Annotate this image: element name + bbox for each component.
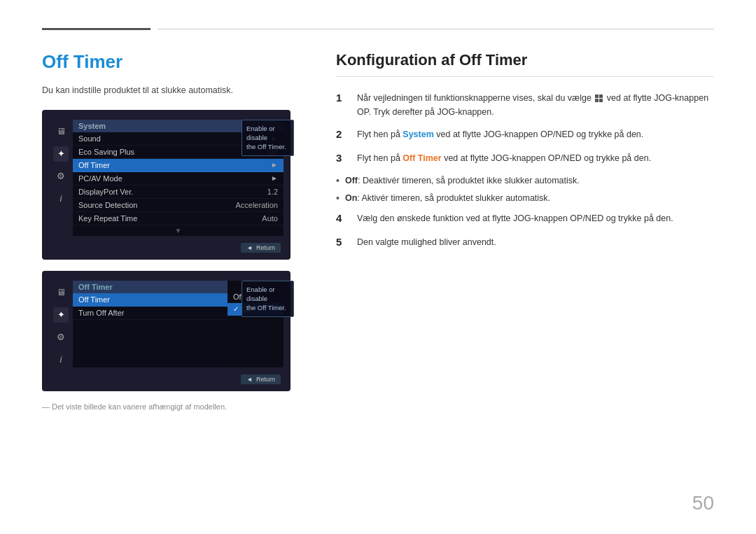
- info-icon: i: [53, 191, 69, 206]
- info-icon-2: i: [53, 352, 69, 367]
- scroll-indicator: ▼: [73, 225, 284, 236]
- menu-area-1: 🖥 ✦ ⚙ i System Sound ► Eco Saving Plu: [49, 120, 284, 236]
- step-text-3: Flyt hen på Off Timer ved at flytte JOG-…: [357, 151, 714, 167]
- bullet-on: • On: Aktivér timeren, så produktet sluk…: [336, 192, 714, 206]
- divider-light: [158, 29, 714, 29]
- cross-icon-2: ✦: [53, 307, 69, 323]
- step-5: 5 Den valgte mulighed bliver anvendt.: [336, 235, 714, 251]
- icon-sidebar-1: 🖥 ✦ ⚙ i: [49, 120, 73, 236]
- bullet-off: • Off: Deaktivér timeren, så produktet i…: [336, 174, 714, 188]
- icon-sidebar-2: 🖥 ✦ ⚙ i: [49, 281, 73, 367]
- menu-area-2: 🖥 ✦ ⚙ i Off Timer Off Timer Turn Off Aft…: [49, 281, 284, 367]
- step-3: 3 Flyt hen på Off Timer ved at flytte JO…: [336, 151, 714, 167]
- gear-icon: ⚙: [53, 169, 69, 184]
- return-area-1: ◄ Return: [49, 240, 284, 253]
- menu-item-source: Source Detection Acceleration: [73, 199, 284, 212]
- system-highlight: System: [402, 129, 433, 139]
- monitor-mockup-1: 🖥 ✦ ⚙ i System Sound ► Eco Saving Plu: [42, 110, 290, 260]
- step-number-2: 2: [336, 127, 349, 143]
- step-number-3: 3: [336, 150, 349, 167]
- menu-item-turnoff: Turn Off After: [73, 307, 227, 320]
- page-title: Off Timer: [42, 51, 308, 73]
- intro-text: Du kan indstille produktet til at slukke…: [42, 84, 308, 97]
- grid-icon: [595, 94, 603, 102]
- cross-icon: ✦: [53, 146, 69, 162]
- return-area-2: ◄ Return: [49, 372, 284, 384]
- return-button-2: ◄ Return: [241, 374, 281, 384]
- offtimer-highlight: Off Timer: [402, 153, 441, 163]
- content-row: Off Timer Du kan indstille produktet til…: [42, 51, 714, 513]
- step-text-4: Vælg den ønskede funktion ved at flytte …: [357, 211, 714, 227]
- step-1: 1 Når vejledningen til funktionsknappern…: [336, 91, 714, 119]
- menu-item-offtimer: Off Timer ►: [73, 159, 284, 172]
- monitor-icon-2: 🖥: [53, 285, 69, 300]
- step-4: 4 Vælg den ønskede funktion ved at flytt…: [336, 211, 714, 227]
- menu-item-pcav: PC/AV Mode ►: [73, 172, 284, 185]
- right-column: Konfiguration af Off Timer 1 Når vejledn…: [336, 51, 714, 513]
- step-text-2: Flyt hen på System ved at flytte JOG-kna…: [357, 127, 714, 143]
- step-text-5: Den valgte mulighed bliver anvendt.: [357, 235, 714, 251]
- gear-icon-2: ⚙: [53, 330, 69, 345]
- monitor-mockup-2: 🖥 ✦ ⚙ i Off Timer Off Timer Turn Off Aft…: [42, 271, 290, 391]
- divider-dark: [42, 28, 150, 30]
- menu-item-keyrepeat: Key Repeat Time Auto: [73, 212, 284, 225]
- steps-list: 1 Når vejledningen til funktionsknappern…: [336, 91, 714, 250]
- menu-item-offtimer-2: Off Timer: [73, 293, 227, 307]
- tooltip-1: Enable or disablethe Off Timer.: [241, 120, 294, 156]
- bullet-items: • Off: Deaktivér timeren, så produktet i…: [336, 174, 714, 206]
- section-title: Konfiguration af Off Timer: [336, 51, 714, 77]
- return-button-1: ◄ Return: [241, 243, 281, 253]
- step-text-1: Når vejledningen til funktionsknapperne …: [357, 91, 714, 119]
- step-2: 2 Flyt hen på System ved at flytte JOG-k…: [336, 127, 714, 143]
- monitor-icon: 🖥: [53, 124, 69, 139]
- note-text: ― Det viste billede kan variere afhængig…: [42, 402, 308, 411]
- step-number-1: 1: [336, 90, 349, 119]
- step-number-4: 4: [336, 211, 349, 227]
- left-column: Off Timer Du kan indstille produktet til…: [42, 51, 308, 513]
- page-number: 50: [692, 492, 714, 514]
- menu-panel-2: Off Timer Off Timer Turn Off After: [73, 281, 227, 367]
- step-number-5: 5: [336, 234, 349, 251]
- tooltip-2: Enable or disablethe Off Timer.: [241, 281, 294, 317]
- top-dividers: [42, 28, 714, 30]
- menu-header-2: Off Timer: [73, 281, 227, 293]
- menu-item-displayport: DisplayPort Ver. 1.2: [73, 185, 284, 199]
